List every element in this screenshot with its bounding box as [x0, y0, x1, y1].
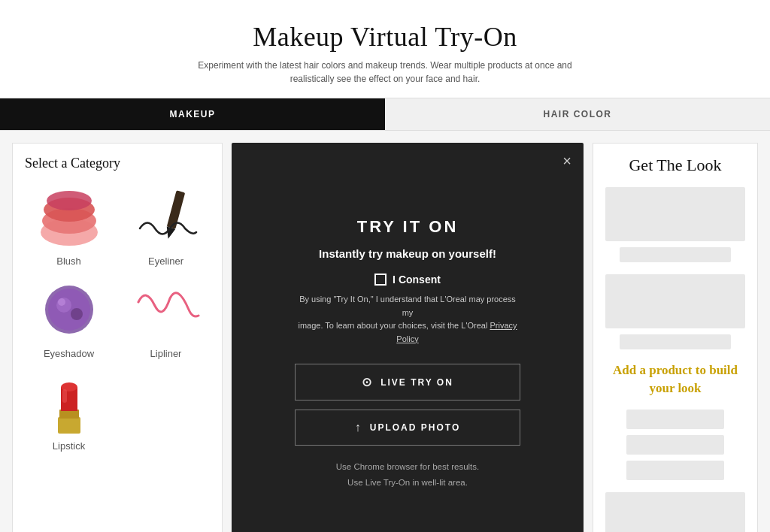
- eyeliner-label: Eyeliner: [148, 255, 183, 267]
- add-product-text: Add a product to build your look: [605, 361, 745, 397]
- subtitle-line1: Experiment with the latest hair colors a…: [198, 60, 571, 71]
- category-item-blush[interactable]: Blush: [25, 183, 113, 267]
- main-content: Select a Category Blush: [0, 131, 770, 532]
- svg-point-9: [71, 308, 83, 320]
- modal-subtitle: Instantly try makeup on yourself!: [295, 247, 520, 260]
- tab-makeup[interactable]: MAKEUP: [0, 98, 385, 130]
- look-placeholder-8: [605, 492, 745, 532]
- blush-image: [32, 183, 107, 251]
- category-item-lipstick[interactable]: Lipstick: [25, 368, 113, 452]
- left-panel: Select a Category Blush: [12, 143, 223, 532]
- center-panel: × TRY IT ON Instantly try makeup on your…: [232, 143, 584, 532]
- tab-bar: MAKEUP HAIR COLOR: [0, 98, 770, 131]
- modal-tip: Use Chrome browser for best results. Use…: [295, 459, 520, 490]
- tab-hair-color[interactable]: HAIR COLOR: [385, 98, 770, 130]
- look-placeholder-5: [626, 410, 724, 429]
- category-item-eyeliner[interactable]: Eyeliner: [122, 183, 210, 267]
- upload-icon: ↑: [355, 421, 362, 434]
- look-placeholder-4: [620, 334, 732, 349]
- lipliner-label: Lipliner: [150, 348, 182, 359]
- upload-photo-button[interactable]: ↑ UPLOAD PHOTO: [295, 410, 520, 446]
- right-panel: Get The Look Add a product to build your…: [593, 143, 758, 532]
- eyeliner-image: [129, 183, 204, 251]
- eyeshadow-label: Eyeshadow: [44, 348, 94, 359]
- svg-rect-11: [58, 417, 80, 434]
- page-title: Makeup Virtual Try-On: [15, 21, 755, 53]
- blush-label: Blush: [56, 255, 81, 267]
- consent-row: I Consent: [295, 274, 520, 286]
- camera-icon: ⊙: [362, 375, 373, 389]
- look-placeholder-3: [605, 274, 745, 328]
- look-placeholder-7: [626, 461, 724, 480]
- svg-rect-15: [62, 389, 67, 403]
- lipstick-image: [32, 368, 107, 436]
- category-item-eyeshadow[interactable]: Eyeshadow: [25, 276, 113, 359]
- subtitle-line2: realistically see the effect on your fac…: [290, 74, 480, 84]
- lipstick-label: Lipstick: [53, 440, 85, 452]
- look-placeholder-6: [626, 435, 724, 455]
- live-try-on-button[interactable]: ⊙ LIVE TRY ON: [295, 364, 520, 401]
- look-placeholder-1: [605, 187, 745, 241]
- page-subtitle: Experiment with the latest hair colors a…: [15, 59, 755, 86]
- modal-title: TRY IT ON: [295, 217, 520, 237]
- svg-point-3: [47, 191, 92, 210]
- consent-label: I Consent: [393, 274, 441, 286]
- eyeshadow-image: [32, 276, 107, 343]
- modal-close-button[interactable]: ×: [562, 153, 571, 168]
- page-header: Makeup Virtual Try-On Experiment with th…: [0, 0, 770, 98]
- lipliner-image: [129, 276, 204, 343]
- category-title: Select a Category: [25, 156, 210, 171]
- look-placeholder-2: [620, 247, 732, 262]
- modal-content: TRY IT ON Instantly try makeup on yourse…: [265, 202, 550, 506]
- get-look-title: Get The Look: [605, 156, 745, 175]
- category-grid: Blush Eyeliner: [25, 183, 210, 452]
- svg-point-10: [58, 298, 65, 306]
- consent-description: By using "Try It On," I understand that …: [295, 293, 520, 346]
- consent-checkbox[interactable]: [374, 274, 387, 286]
- category-item-lipliner[interactable]: Lipliner: [122, 276, 210, 359]
